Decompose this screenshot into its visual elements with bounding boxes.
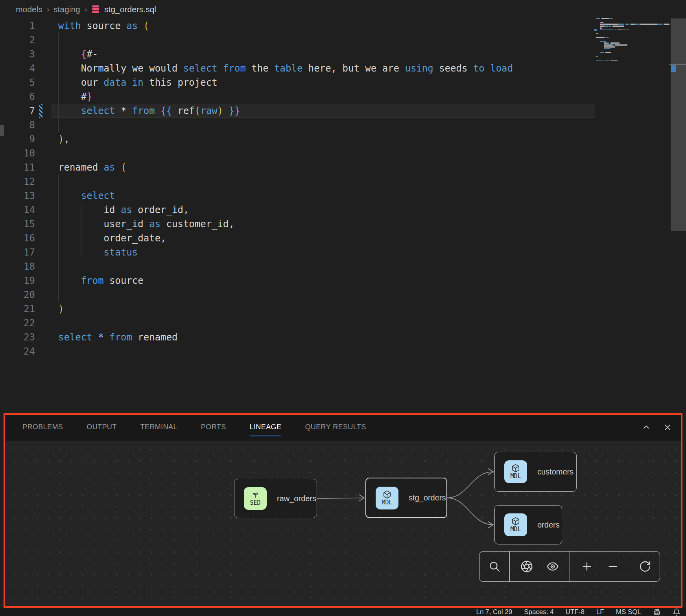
badge-label: MDL xyxy=(510,473,521,480)
modified-line-gutter-indicator xyxy=(39,104,42,118)
code-text: select * from renamed xyxy=(58,330,177,344)
code-text: renamed as ( xyxy=(58,160,126,175)
line-number: 20 xyxy=(0,288,35,302)
code-line-21[interactable]: 21) xyxy=(0,302,686,316)
tab-ports[interactable]: PORTS xyxy=(201,413,226,441)
code-text: from source xyxy=(58,274,144,288)
zoom-out-button[interactable] xyxy=(604,557,622,576)
code-line-16[interactable]: 16 order_date, xyxy=(0,231,686,245)
code-text: with source as ( xyxy=(58,19,149,33)
tab-problems[interactable]: PROBLEMS xyxy=(22,413,63,441)
overview-ruler-modified-mark xyxy=(671,65,676,72)
lineage-node-orders[interactable]: MDLorders xyxy=(494,505,562,544)
toolbar-group xyxy=(509,552,570,581)
status-item-ms-sql[interactable]: MS SQL xyxy=(616,608,641,616)
code-line-13[interactable]: 13 select xyxy=(0,189,686,203)
node-label: customers xyxy=(537,467,574,476)
robot-icon[interactable] xyxy=(653,608,661,616)
code-text: order_date, xyxy=(58,231,166,245)
breadcrumb-item-staging[interactable]: staging xyxy=(53,5,80,14)
tab-output[interactable]: OUTPUT xyxy=(87,413,116,441)
aperture-button[interactable] xyxy=(518,557,536,576)
code-line-5[interactable]: 5 our data in this project xyxy=(0,75,686,90)
minimap[interactable] xyxy=(596,18,669,66)
status-item-lf[interactable]: LF xyxy=(596,608,604,616)
lineage-node-stg_orders[interactable]: MDLstg_orders xyxy=(365,478,447,518)
close-icon[interactable] xyxy=(663,423,672,432)
tab-terminal[interactable]: TERMINAL xyxy=(140,413,177,441)
cube-badge: MDL xyxy=(504,513,527,536)
zoom-in-button[interactable] xyxy=(578,557,596,576)
node-label: stg_orders xyxy=(409,493,446,502)
code-line-11[interactable]: 11renamed as ( xyxy=(0,160,686,175)
line-number: 15 xyxy=(0,217,35,231)
code-text: status xyxy=(58,245,138,259)
eye-button[interactable] xyxy=(544,557,562,576)
lineage-toolbar xyxy=(479,551,660,582)
node-label: orders xyxy=(537,520,560,530)
breadcrumb-file[interactable]: stg_orders.sql xyxy=(104,5,156,14)
code-text: {#- xyxy=(58,47,98,61)
breadcrumb-item-models[interactable]: models xyxy=(16,5,42,14)
code-line-23[interactable]: 23select * from renamed xyxy=(0,330,686,344)
cube-badge: MDL xyxy=(376,487,398,509)
line-number: 14 xyxy=(0,203,35,217)
lineage-node-customers[interactable]: MDLcustomers xyxy=(494,452,577,492)
seedling-badge: SED xyxy=(244,487,267,510)
status-item-ln-7-col-29[interactable]: Ln 7, Col 29 xyxy=(476,608,512,616)
code-line-20[interactable]: 20 xyxy=(0,288,686,302)
chevron-up-icon[interactable] xyxy=(642,423,651,432)
code-line-17[interactable]: 17 status xyxy=(0,245,686,259)
line-number: 23 xyxy=(0,330,35,344)
minimap-modified-marker xyxy=(594,29,597,31)
code-line-8[interactable]: 8 xyxy=(0,118,686,132)
code-line-10[interactable]: 10 xyxy=(0,146,686,160)
status-item-utf-8[interactable]: UTF-8 xyxy=(566,608,585,616)
tab-query-results[interactable]: QUERY RESULTS xyxy=(305,413,366,441)
code-line-6[interactable]: 6 #} xyxy=(0,90,686,104)
code-line-9[interactable]: 9), xyxy=(0,132,686,146)
badge-label: MDL xyxy=(510,526,521,533)
line-number: 21 xyxy=(0,302,35,316)
code-editor[interactable]: 1with source as (23 {#-4 Normally we wou… xyxy=(0,19,686,359)
lineage-node-raw_orders[interactable]: SEDraw_orders xyxy=(234,479,317,518)
code-line-18[interactable]: 18 xyxy=(0,259,686,274)
code-line-12[interactable]: 12 xyxy=(0,175,686,189)
chevron-right-icon: › xyxy=(85,5,87,14)
line-number: 10 xyxy=(0,146,35,160)
code-line-24[interactable]: 24 xyxy=(0,344,686,359)
editor-left-notch xyxy=(0,125,4,136)
code-text: select xyxy=(58,189,115,203)
code-line-3[interactable]: 3 {#- xyxy=(0,47,686,61)
node-label: raw_orders xyxy=(277,494,316,503)
cube-badge: MDL xyxy=(504,460,527,483)
toolbar-group xyxy=(479,552,509,581)
line-number: 17 xyxy=(0,245,35,259)
line-number: 18 xyxy=(0,259,35,274)
refresh-button[interactable] xyxy=(636,557,654,576)
code-text: our data in this project xyxy=(58,75,218,90)
tab-lineage[interactable]: LINEAGE xyxy=(250,413,282,441)
code-line-15[interactable]: 15 user_id as customer_id, xyxy=(0,217,686,231)
line-number: 4 xyxy=(0,61,35,75)
chevron-right-icon: › xyxy=(47,5,49,14)
line-number: 2 xyxy=(0,33,35,47)
code-text: ), xyxy=(58,132,70,146)
line-number: 12 xyxy=(0,175,35,189)
badge-label: MDL xyxy=(382,499,392,506)
code-line-7[interactable]: 7 select * from {{ ref(raw) }} xyxy=(0,104,686,118)
bell-icon[interactable] xyxy=(673,608,680,616)
status-item-spaces-4[interactable]: Spaces: 4 xyxy=(524,608,554,616)
code-line-4[interactable]: 4 Normally we would select from the tabl… xyxy=(0,61,686,75)
scrollbar-thumb[interactable] xyxy=(671,18,686,231)
code-line-14[interactable]: 14 id as order_id, xyxy=(0,203,686,217)
code-text: #} xyxy=(58,90,92,104)
line-number: 8 xyxy=(0,118,35,132)
code-line-19[interactable]: 19 from source xyxy=(0,274,686,288)
status-bar: Ln 7, Col 29Spaces: 4UTF-8LFMS SQL xyxy=(0,608,686,616)
code-line-2[interactable]: 2 xyxy=(0,33,686,47)
line-number: 13 xyxy=(0,189,35,203)
code-line-1[interactable]: 1with source as ( xyxy=(0,19,686,33)
search-button[interactable] xyxy=(485,557,503,576)
code-line-22[interactable]: 22 xyxy=(0,316,686,330)
